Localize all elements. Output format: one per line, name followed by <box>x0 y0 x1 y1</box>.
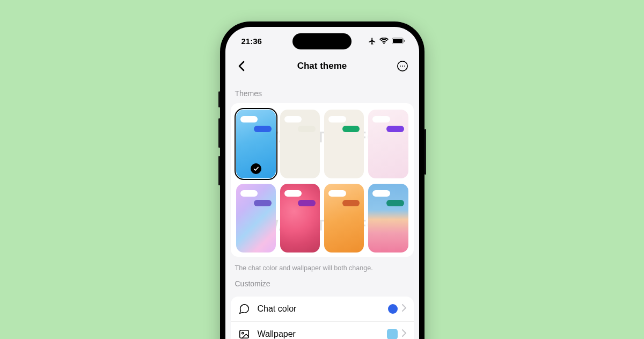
dynamic-island <box>292 33 352 49</box>
svg-point-8 <box>241 333 243 334</box>
image-icon <box>238 328 250 339</box>
incoming-bubble <box>240 116 258 122</box>
back-button[interactable] <box>234 59 249 74</box>
outgoing-bubble <box>298 200 316 206</box>
theme-card-holo[interactable] <box>236 184 276 253</box>
theme-card-coral[interactable] <box>280 184 320 253</box>
chat-bubble-icon <box>238 303 250 315</box>
more-button[interactable] <box>395 59 410 74</box>
chat-color-swatch <box>388 304 398 314</box>
wallpaper-row[interactable]: Wallpaper <box>231 322 414 339</box>
phone-volume-up <box>218 118 220 148</box>
status-time: 21:36 <box>241 37 262 46</box>
svg-point-5 <box>402 66 403 67</box>
incoming-bubble <box>328 116 346 122</box>
theme-card-green[interactable] <box>324 110 364 178</box>
outgoing-bubble <box>298 126 316 132</box>
more-icon <box>397 60 408 72</box>
themes-hint: The chat color and wallpaper will both c… <box>225 257 419 275</box>
airplane-mode-icon <box>368 37 376 45</box>
selected-check-icon <box>251 163 261 174</box>
outgoing-bubble <box>342 126 360 132</box>
customize-section-label: Customize <box>225 275 419 293</box>
chevron-left-icon <box>238 61 245 71</box>
themes-panel: WABETAINFO WABETAINFO <box>231 103 414 257</box>
theme-card-violet[interactable] <box>368 110 408 178</box>
themes-section-label: Themes <box>225 77 419 103</box>
svg-rect-2 <box>404 40 405 42</box>
navbar: Chat theme <box>225 55 419 77</box>
themes-grid <box>236 110 408 253</box>
svg-rect-1 <box>393 39 402 43</box>
wifi-icon <box>379 38 389 45</box>
customize-list: Chat color Wallpaper <box>231 297 414 339</box>
theme-card-orange[interactable] <box>324 184 364 253</box>
svg-point-6 <box>405 66 406 67</box>
chevron-right-icon <box>402 304 406 314</box>
phone-power-button <box>425 129 426 175</box>
incoming-bubble <box>372 116 390 122</box>
phone-screen: 21:36 Chat theme Themes WABETAINFO WABET… <box>225 27 419 339</box>
wallpaper-swatch <box>387 329 398 339</box>
status-icons <box>368 37 405 45</box>
svg-rect-7 <box>239 330 248 338</box>
phone-frame: 21:36 Chat theme Themes WABETAINFO WABET… <box>220 21 425 339</box>
chat-color-row[interactable]: Chat color <box>231 297 414 322</box>
page-title: Chat theme <box>297 61 347 71</box>
outgoing-bubble <box>386 200 404 206</box>
incoming-bubble <box>328 190 346 197</box>
phone-silence-switch <box>218 91 220 107</box>
theme-card-sky[interactable] <box>236 110 276 178</box>
phone-volume-down <box>218 156 220 185</box>
outgoing-bubble <box>254 200 272 206</box>
chevron-right-icon <box>402 329 406 339</box>
battery-icon <box>392 38 405 44</box>
chat-color-label: Chat color <box>258 304 380 314</box>
wallpaper-label: Wallpaper <box>258 329 379 339</box>
incoming-bubble <box>284 116 302 122</box>
svg-point-4 <box>400 66 401 67</box>
incoming-bubble <box>240 190 258 197</box>
theme-card-beach[interactable] <box>368 184 408 253</box>
outgoing-bubble <box>254 126 272 132</box>
incoming-bubble <box>284 190 302 197</box>
theme-card-cream[interactable] <box>280 110 320 178</box>
outgoing-bubble <box>342 200 360 206</box>
incoming-bubble <box>372 190 390 197</box>
outgoing-bubble <box>386 126 404 132</box>
